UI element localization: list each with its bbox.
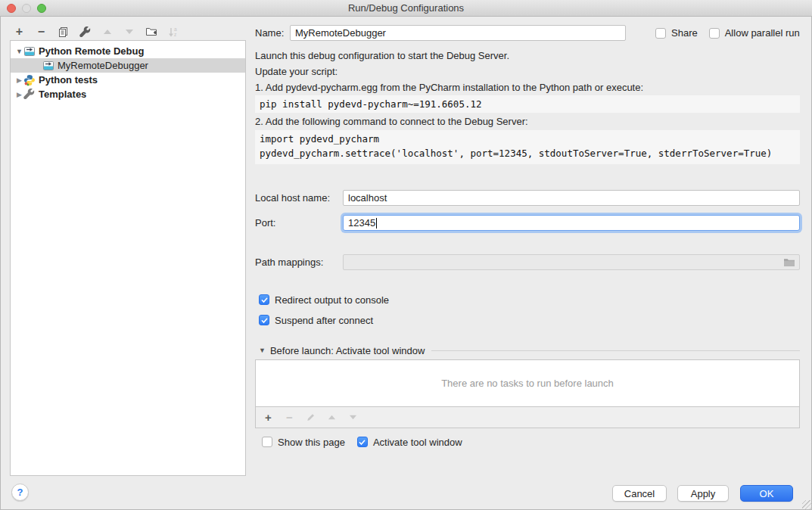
share-checkbox[interactable] <box>655 28 666 39</box>
configurations-tree: ▼ Python Remote Debug MyRemoteDebugger ▶… <box>10 40 246 476</box>
svg-text:z: z <box>174 32 176 37</box>
local-host-name-input[interactable] <box>343 190 800 206</box>
edit-templates-icon[interactable] <box>79 26 92 39</box>
browse-folder-icon[interactable] <box>783 257 795 267</box>
suspend-after-connect-checkbox[interactable] <box>259 315 269 325</box>
copy-configuration-icon[interactable] <box>57 26 70 39</box>
show-this-page-label: Show this page <box>278 437 345 448</box>
intro-line-2: Update your script: <box>255 66 338 77</box>
remove-configuration-icon[interactable]: − <box>35 26 48 39</box>
move-task-down-icon[interactable] <box>347 411 359 424</box>
section-collapse-icon[interactable]: ▼ <box>259 347 266 354</box>
tree-item-myremotedebugger[interactable]: MyRemoteDebugger <box>11 58 245 73</box>
local-host-name-label: Local host name: <box>255 192 343 204</box>
port-value: 12345 <box>348 217 375 229</box>
intro-line-1: Launch this debug configuration to start… <box>255 50 509 61</box>
sort-alphabetically-icon[interactable]: az <box>166 26 179 39</box>
path-mappings-input[interactable] <box>343 254 800 270</box>
name-label: Name: <box>255 27 290 39</box>
path-mappings-label: Path mappings: <box>255 257 343 268</box>
port-input[interactable]: 12345 <box>343 215 800 231</box>
collapse-expanded-icon[interactable]: ▼ <box>15 48 23 55</box>
allow-parallel-run-checkbox[interactable] <box>709 28 720 39</box>
activate-tool-window-label: Activate tool window <box>373 437 462 448</box>
add-configuration-icon[interactable]: + <box>13 26 26 39</box>
no-tasks-message: There are no tasks to run before launch <box>441 378 614 389</box>
help-button[interactable]: ? <box>11 484 29 501</box>
configurations-toolbar: + − az <box>13 24 179 39</box>
new-folder-icon[interactable] <box>145 26 157 39</box>
before-launch-toolbar: + − <box>255 407 800 428</box>
text-caret <box>376 218 377 229</box>
expand-collapsed-icon[interactable]: ▶ <box>15 76 23 84</box>
section-divider <box>431 350 800 351</box>
suspend-after-connect-label: Suspend after connect <box>275 315 373 326</box>
redirect-output-label: Redirect output to console <box>275 294 389 306</box>
settrace-code: import pydevd_pycharm pydevd_pycharm.set… <box>255 130 800 164</box>
before-launch-section-header[interactable]: ▼ Before launch: Activate tool window <box>259 344 800 356</box>
tree-item-templates[interactable]: ▶ Templates <box>11 87 245 101</box>
remote-debug-config-icon <box>23 45 36 58</box>
before-launch-task-list[interactable]: There are no tasks to run before launch <box>255 359 800 407</box>
configuration-form: Name: Share Allow parallel run Launch th… <box>255 0 800 510</box>
apply-button[interactable]: Apply <box>677 485 729 502</box>
move-task-up-icon[interactable] <box>325 411 338 424</box>
tree-item-python-tests[interactable]: ▶ Python tests <box>11 73 245 87</box>
add-task-icon[interactable]: + <box>262 411 275 424</box>
remote-debug-config-icon <box>42 60 54 72</box>
before-launch-title: Before launch: Activate tool window <box>270 345 425 356</box>
cancel-button[interactable]: Cancel <box>612 485 667 502</box>
ok-button[interactable]: OK <box>740 485 793 502</box>
show-this-page-checkbox[interactable] <box>262 437 272 447</box>
svg-text:a: a <box>174 26 177 32</box>
activate-tool-window-checkbox[interactable] <box>357 437 368 447</box>
help-question-mark: ? <box>17 487 23 498</box>
resize-grip[interactable] <box>802 500 811 509</box>
expand-collapsed-icon[interactable]: ▶ <box>15 91 23 98</box>
redirect-output-checkbox[interactable] <box>259 294 269 305</box>
pip-install-code: pip install pydevd-pycharm~=191.6605.12 <box>255 95 800 113</box>
step-2-text: 2. Add the following command to connect … <box>255 116 528 127</box>
remove-task-icon[interactable]: − <box>283 411 296 424</box>
templates-wrench-icon <box>23 89 36 101</box>
move-up-icon[interactable] <box>101 26 114 39</box>
step-1-text: 1. Add pydevd-pycharm.egg from the PyCha… <box>255 82 643 93</box>
allow-parallel-run-label: Allow parallel run <box>725 27 800 39</box>
settrace-code-line-2: pydevd_pycharm.settrace('localhost', por… <box>260 148 772 159</box>
tree-item-python-remote-debug[interactable]: ▼ Python Remote Debug <box>11 44 245 58</box>
share-label: Share <box>671 27 698 39</box>
name-input[interactable] <box>290 25 626 41</box>
move-down-icon[interactable] <box>123 26 135 39</box>
run-debug-configurations-dialog: Run/Debug Configurations + − az ▼ <box>0 0 812 510</box>
port-label: Port: <box>255 217 343 229</box>
settrace-code-line-1: import pydevd_pycharm <box>260 133 379 145</box>
python-tests-icon <box>23 74 36 86</box>
edit-task-icon[interactable] <box>304 411 317 424</box>
